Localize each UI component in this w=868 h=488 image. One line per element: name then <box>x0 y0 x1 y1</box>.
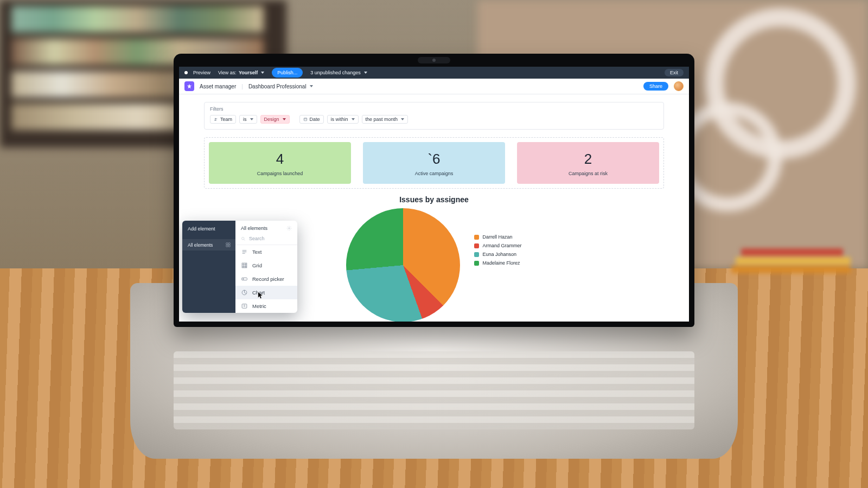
page-switcher[interactable]: Dashboard Professional <box>248 84 313 89</box>
popover-search-placeholder: Search <box>249 236 265 241</box>
metric-value: 4 <box>211 151 349 168</box>
add-element-popover: Add element All elements All elements Se… <box>182 221 297 313</box>
filters-panel: Filters Team is Design <box>204 102 664 130</box>
app-name[interactable]: Asset manager <box>200 84 236 89</box>
popover-search[interactable]: Search <box>235 234 297 245</box>
search-icon <box>241 236 246 241</box>
metric-card-risk[interactable]: 2 Campaigns at risk <box>517 142 659 184</box>
record-picker-icon <box>241 275 248 282</box>
svg-point-11 <box>243 279 244 279</box>
legend-item[interactable]: Darrell Hazan <box>474 234 521 240</box>
view-as-value: Yourself <box>239 70 258 75</box>
chevron-down-icon <box>310 85 313 87</box>
metric-value: `6 <box>365 151 503 168</box>
svg-rect-6 <box>228 245 230 247</box>
chevron-down-icon <box>364 72 367 74</box>
filter-date-label: Date <box>310 117 320 122</box>
gear-icon[interactable] <box>286 226 292 231</box>
elements-icon <box>225 242 231 248</box>
text-icon <box>241 248 248 255</box>
chevron-down-icon <box>401 118 404 120</box>
filters-title: Filters <box>210 106 658 112</box>
exit-button[interactable]: Exit <box>665 69 684 76</box>
chevron-down-icon <box>352 118 355 120</box>
share-button[interactable]: Share <box>643 82 668 91</box>
legend-item[interactable]: Euna Johanson <box>474 252 521 257</box>
svg-rect-10 <box>242 278 247 280</box>
chevron-down-icon <box>283 118 286 120</box>
chevron-down-icon <box>250 118 253 120</box>
popover-panel-title: All elements <box>241 226 267 231</box>
app-screen: Preview View as: Yourself Publish... 3 u… <box>179 67 689 322</box>
app-subbar: Asset manager | Dashboard Professional S… <box>179 79 689 94</box>
webcam <box>418 57 450 63</box>
legend-item[interactable]: Armand Grammer <box>474 243 521 248</box>
filter-team-label: Team <box>220 117 232 122</box>
metrics-row: 4 Campaigns launched `6 Active campaigns… <box>204 137 664 189</box>
svg-point-7 <box>289 228 290 229</box>
publish-button[interactable]: Publish... <box>272 68 303 78</box>
chart-title: Issues by assignee <box>204 195 664 204</box>
view-as-prefix: View as: <box>218 70 237 75</box>
filter-field-date[interactable]: Date <box>299 115 324 124</box>
metric-label: Campaigns at risk <box>519 171 657 176</box>
metric-card-launched[interactable]: 4 Campaigns launched <box>209 142 351 184</box>
metric-value: 2 <box>519 151 657 168</box>
app-icon[interactable] <box>184 81 194 91</box>
user-avatar[interactable] <box>674 81 684 91</box>
mouse-cursor-icon <box>258 292 264 300</box>
pie-graphic <box>346 208 460 322</box>
element-option-record-picker[interactable]: Record picker <box>235 272 297 286</box>
svg-rect-2 <box>304 118 307 121</box>
svg-point-0 <box>215 118 216 119</box>
filter-op-is[interactable]: is <box>239 115 257 124</box>
svg-point-1 <box>216 118 218 119</box>
svg-rect-3 <box>226 243 228 245</box>
element-option-grid[interactable]: Grid <box>235 259 297 272</box>
unpublished-changes-link[interactable]: 3 unpublished changes <box>310 70 367 75</box>
metric-label: Active campaigns <box>365 171 503 176</box>
element-option-chart[interactable]: Chart <box>235 286 297 299</box>
page-name: Dashboard Professional <box>248 84 307 89</box>
laptop-bezel: Preview View as: Yourself Publish... 3 u… <box>174 54 694 327</box>
popover-title: Add element <box>188 226 235 232</box>
svg-rect-4 <box>228 243 230 245</box>
chart-icon <box>241 289 248 296</box>
popover-category-all[interactable]: All elements <box>182 239 235 251</box>
preview-label: Preview <box>193 70 210 75</box>
preview-dot-icon <box>184 71 188 74</box>
grid-icon <box>241 262 248 269</box>
chevron-down-icon <box>261 72 264 74</box>
element-option-metric[interactable]: Metric <box>235 299 297 313</box>
svg-rect-5 <box>226 245 228 247</box>
changes-label: 3 unpublished changes <box>310 70 361 75</box>
legend-item[interactable]: Madelaine Florez <box>474 260 521 266</box>
filter-value-team[interactable]: Design <box>260 115 290 124</box>
calendar-icon <box>303 117 308 121</box>
editor-topbar: Preview View as: Yourself Publish... 3 u… <box>179 67 689 79</box>
popover-sidebar: Add element All elements <box>182 221 235 313</box>
view-as-selector[interactable]: View as: Yourself <box>218 70 264 75</box>
preview-toggle[interactable]: Preview <box>184 70 210 75</box>
element-option-text[interactable]: Text <box>235 245 297 259</box>
metric-icon <box>241 303 248 310</box>
chart-legend: Darrell Hazan Armand Grammer Euna Johans… <box>474 208 521 322</box>
svg-rect-9 <box>242 263 247 268</box>
team-icon <box>214 117 218 121</box>
filter-field-team[interactable]: Team <box>210 115 236 124</box>
filter-value-date[interactable]: the past month <box>362 115 409 124</box>
svg-rect-13 <box>242 304 247 309</box>
popover-panel: All elements Search Text Grid <box>235 221 297 313</box>
metric-card-active[interactable]: `6 Active campaigns <box>363 142 505 184</box>
svg-point-8 <box>242 237 245 240</box>
metric-label: Campaigns launched <box>211 171 349 176</box>
filter-op-within[interactable]: is within <box>327 115 359 124</box>
